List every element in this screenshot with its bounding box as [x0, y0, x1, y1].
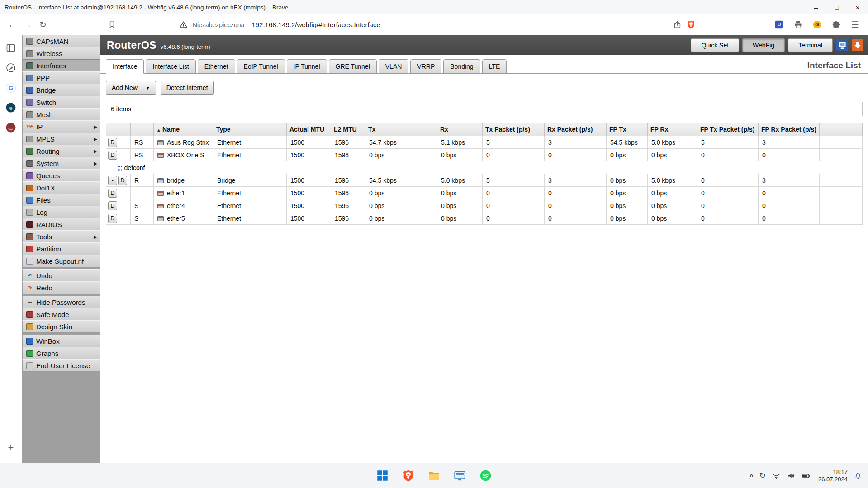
close-button[interactable]: ×: [847, 0, 868, 14]
interface-name-cell[interactable]: Asus Rog Strix: [154, 136, 213, 149]
interface-row[interactable]: Dether1Ethernet150015960 bps0 bps000 bps…: [106, 187, 863, 199]
sidebar-add-icon[interactable]: +: [8, 442, 14, 454]
tab-lte[interactable]: LTE: [482, 59, 507, 74]
tray-sync-icon[interactable]: ↻: [759, 471, 766, 480]
quick-set-button[interactable]: Quick Set: [691, 38, 739, 52]
interface-name-cell[interactable]: ether5: [154, 212, 213, 225]
comment-row[interactable]: ;;; defconf: [106, 161, 863, 174]
sidebar-item-mesh[interactable]: Mesh: [22, 108, 100, 121]
sidebar-item-design-skin[interactable]: Design Skin: [22, 320, 100, 333]
sidebar-item-bridge[interactable]: Bridge: [22, 84, 100, 96]
spotify-icon[interactable]: [477, 467, 495, 485]
bookmark-icon[interactable]: [105, 18, 119, 32]
tab-ip-tunnel[interactable]: IP Tunnel: [287, 59, 327, 74]
sidebar-item-tools[interactable]: Tools▶: [22, 230, 100, 243]
interface-row[interactable]: -DRbridgeBridge1500159654.5 kbps5.0 kbps…: [106, 174, 863, 187]
sidebar-item-routing[interactable]: Routing▶: [22, 145, 100, 157]
google-shortcut-icon[interactable]: G: [5, 81, 17, 94]
sidebar-item-interfaces[interactable]: Interfaces: [22, 59, 100, 72]
edge-shortcut-icon[interactable]: e: [5, 101, 17, 114]
detect-internet-button[interactable]: Detect Internet: [161, 81, 214, 95]
disable-button[interactable]: D: [108, 151, 117, 160]
sidebar-item-switch[interactable]: Switch: [22, 96, 100, 109]
terminal-button[interactable]: Terminal: [788, 38, 833, 52]
remove-button[interactable]: -: [108, 176, 117, 185]
puzzle-extensions-icon[interactable]: [829, 18, 843, 32]
column-header-type[interactable]: Type: [213, 123, 287, 136]
tab-eoip-tunnel[interactable]: EoIP Tunnel: [237, 59, 285, 74]
column-header-actual-mtu[interactable]: Actual MTU: [287, 123, 331, 136]
tab-gre-tunnel[interactable]: GRE Tunnel: [329, 59, 377, 74]
winbox-icon-button[interactable]: [836, 39, 848, 51]
tray-chevron-up-icon[interactable]: ^: [749, 473, 754, 480]
back-icon[interactable]: ←: [5, 17, 20, 33]
printer-extension-icon[interactable]: [791, 18, 805, 32]
sidebar-item-wireless[interactable]: Wireless: [22, 47, 100, 60]
sidebar-item-system[interactable]: System▶: [22, 157, 100, 170]
sidebar-item-partition[interactable]: Partition: [22, 242, 100, 255]
webfig-button[interactable]: WebFig: [742, 38, 785, 52]
brave-shield-icon[interactable]: [684, 18, 697, 32]
sidebar-item-make-supout-rif[interactable]: Make Supout.rif: [22, 255, 100, 267]
taskbar-clock[interactable]: 18:17 26.07.2024: [818, 469, 848, 483]
wifi-icon[interactable]: [772, 471, 781, 480]
reload-icon[interactable]: ↻: [35, 17, 51, 33]
disable-button[interactable]: D: [108, 138, 117, 147]
sidebar-item-undo[interactable]: ↶Undo: [22, 269, 100, 282]
interface-row[interactable]: DRSAsus Rog StrixEthernet1500159654.7 kb…: [106, 136, 863, 149]
interface-name-cell[interactable]: ether4: [154, 199, 213, 212]
sidebar-item-capsman[interactable]: CAPsMAN: [22, 35, 100, 47]
tab-ethernet[interactable]: Ethernet: [198, 59, 235, 74]
column-header-fp-tx[interactable]: FP Tx: [607, 123, 648, 136]
column-header-tx-packet-p-s[interactable]: Tx Packet (p/s): [483, 123, 545, 136]
interface-name-cell[interactable]: XBOX One S: [154, 149, 213, 161]
sidebar-item-ip[interactable]: 155IP▶: [22, 120, 100, 133]
address-bar-url[interactable]: 192.168.149.2/webfig/#Interfaces.Interfa…: [251, 21, 380, 28]
disable-button[interactable]: D: [108, 189, 117, 198]
interface-name-cell[interactable]: bridge: [154, 174, 213, 187]
column-header-fp-rx-packet-p-s[interactable]: FP Rx Packet (p/s): [759, 123, 820, 136]
sidebar-item-queues[interactable]: Queues: [22, 169, 100, 182]
file-explorer-icon[interactable]: [425, 467, 443, 485]
sidebar-item-log[interactable]: Log: [22, 206, 100, 218]
tab-vrrp[interactable]: VRRP: [410, 59, 441, 74]
windows-start-icon[interactable]: [374, 467, 392, 485]
interface-row[interactable]: DSether4Ethernet150015960 bps0 bps000 bp…: [106, 199, 863, 212]
interface-name-cell[interactable]: ether1: [154, 187, 213, 199]
forward-icon[interactable]: →: [20, 17, 35, 33]
menu-icon[interactable]: ☰: [848, 19, 862, 30]
minimize-button[interactable]: –: [806, 0, 826, 14]
blue-shield-extension-icon[interactable]: U: [772, 18, 786, 32]
disable-button[interactable]: D: [118, 176, 127, 185]
column-header-fp-tx-packet-p-s[interactable]: FP Tx Packet (p/s): [697, 123, 759, 136]
interface-row[interactable]: DRSXBOX One SEthernet150015960 bps0 bps0…: [106, 149, 863, 161]
tab-interface-list[interactable]: Interface List: [146, 59, 195, 74]
column-header-rx[interactable]: Rx: [437, 123, 483, 136]
yellow-g-extension-icon[interactable]: G: [810, 18, 824, 32]
sidebar-item-end-user-license[interactable]: End-User License: [22, 359, 100, 372]
notification-bell-icon[interactable]: [854, 471, 863, 480]
sidebar-panel-toggle-icon[interactable]: [5, 42, 17, 54]
column-header-rx-packet-p-s[interactable]: Rx Packet (p/s): [545, 123, 607, 136]
sidebar-item-redo[interactable]: ↷Redo: [22, 281, 100, 294]
sidebar-item-radius[interactable]: RADIUS: [22, 218, 100, 231]
interface-row[interactable]: DSether5Ethernet150015960 bps0 bps000 bp…: [106, 212, 863, 225]
logout-icon-button[interactable]: [852, 39, 863, 51]
site-security-chip[interactable]: Niezabezpieczona: [176, 18, 244, 32]
sidebar-item-ppp[interactable]: PPP: [22, 71, 100, 84]
column-header-name[interactable]: ▲Name: [154, 123, 213, 136]
brave-browser-icon[interactable]: [399, 467, 417, 485]
add-new-button[interactable]: Add New ▼: [106, 81, 156, 95]
tab-bonding[interactable]: Bonding: [443, 59, 480, 74]
volume-icon[interactable]: [787, 471, 796, 480]
column-header-tx[interactable]: Tx: [365, 123, 437, 136]
disable-button[interactable]: D: [108, 214, 117, 223]
leo-ai-icon[interactable]: [5, 62, 17, 74]
sidebar-item-winbox[interactable]: WinBox: [22, 335, 100, 347]
share-icon[interactable]: [670, 18, 684, 32]
app-shortcut-icon[interactable]: [5, 121, 17, 134]
column-header-l2-mtu[interactable]: L2 MTU: [331, 123, 365, 136]
sidebar-item-graphs[interactable]: Graphs: [22, 347, 100, 360]
tab-interface[interactable]: Interface: [106, 59, 144, 74]
battery-icon[interactable]: [802, 471, 811, 480]
